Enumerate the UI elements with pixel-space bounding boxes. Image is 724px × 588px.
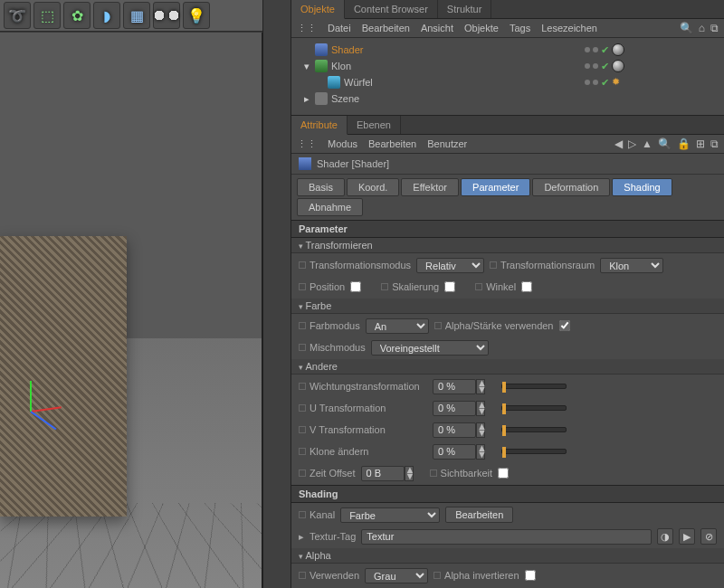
tool-floor-icon[interactable]: ▦ [123, 2, 150, 29]
checkbox-winkel[interactable] [521, 281, 532, 292]
menu-bearbeiten[interactable]: Bearbeiten [368, 138, 416, 149]
input-zeit-offset[interactable] [361, 466, 405, 481]
spinner-buttons[interactable]: ▲▼ [476, 422, 485, 438]
modetab-shading[interactable]: Shading [612, 178, 672, 196]
spinner-buttons[interactable]: ▲▼ [405, 466, 414, 481]
select-transformationsraum[interactable]: Klon [600, 258, 663, 273]
search-icon[interactable]: 🔍 [658, 138, 672, 150]
input-textur-tag[interactable] [361, 529, 652, 545]
tag-phong-icon[interactable]: ✹ [612, 76, 624, 89]
select-mischmodus[interactable]: Voreingestellt [371, 340, 489, 356]
subsection-alpha[interactable]: Alpha [291, 548, 724, 564]
input-v-transform[interactable] [433, 422, 476, 438]
object-name[interactable]: Würfel [344, 77, 373, 88]
hierarchy-row-wuerfel[interactable]: Würfel ✔✹ [295, 74, 724, 90]
tag-material-icon[interactable] [612, 60, 624, 72]
expand-icon[interactable]: ▸ [299, 531, 304, 543]
tab-ebenen[interactable]: Ebenen [348, 116, 401, 134]
menu-benutzer[interactable]: Benutzer [427, 138, 467, 149]
subsection-andere[interactable]: Andere [291, 359, 724, 375]
hierarchy-row-shader[interactable]: Shader ✔ [295, 42, 724, 58]
menu-tags[interactable]: Tags [510, 23, 530, 33]
checkbox-alpha-invertieren[interactable] [525, 570, 536, 581]
select-farbmodus[interactable]: An [366, 318, 429, 334]
lock-icon[interactable]: 🔒 [677, 138, 691, 150]
tool-cube-icon[interactable]: ⬚ [33, 2, 61, 29]
menu-datei[interactable]: Datei [328, 23, 351, 33]
menu-bearbeiten[interactable]: Bearbeiten [362, 23, 410, 33]
goto-tag-icon[interactable]: ▶ [679, 528, 695, 545]
modetab-deformation[interactable]: Deformation [532, 178, 610, 196]
viewport[interactable] [0, 33, 262, 588]
popout-icon[interactable]: ⧉ [710, 138, 719, 150]
gizmo-y-axis[interactable] [30, 381, 32, 412]
checkbox-position[interactable] [350, 281, 361, 292]
hierarchy-row-szene[interactable]: ▸ Szene [295, 90, 724, 107]
slider-v-transform[interactable] [501, 427, 567, 432]
search-icon[interactable]: 🔍 [680, 22, 693, 34]
gizmo-z-axis[interactable] [30, 411, 56, 430]
expand-icon[interactable]: ▸ [302, 93, 311, 105]
subsection-farbe[interactable]: Farbe [291, 299, 724, 314]
menu-objekte[interactable]: Objekte [464, 23, 499, 33]
tab-content-browser[interactable]: Content Browser [345, 0, 438, 18]
modetab-koord[interactable]: Koord. [347, 178, 399, 196]
subsection-transformieren[interactable]: Transformieren [291, 238, 724, 253]
gizmo-x-axis[interactable] [31, 406, 62, 413]
expand-icon[interactable]: ▾ [302, 61, 311, 72]
hierarchy-row-klon[interactable]: ▾ Klon ✔ [295, 58, 724, 74]
grip-icon[interactable]: ⋮⋮ [297, 138, 317, 150]
pick-texture-icon[interactable]: ◑ [657, 528, 673, 545]
enabled-check-icon[interactable]: ✔ [601, 44, 609, 56]
tool-spline-icon[interactable]: ➰ [4, 2, 31, 29]
slider-klone-aendern[interactable] [501, 449, 567, 454]
clear-tag-icon[interactable]: ⊘ [700, 528, 717, 545]
select-verwenden[interactable]: Grau [365, 568, 428, 583]
input-u-transform[interactable] [433, 401, 476, 416]
spinner-buttons[interactable]: ▲▼ [476, 379, 485, 394]
button-bearbeiten[interactable]: Bearbeiten [445, 507, 513, 523]
object-hierarchy[interactable]: Shader ✔ ▾ Klon ✔ Würfel ✔✹ ▸ Szene [291, 38, 724, 116]
grip-icon[interactable]: ⋮⋮ [297, 23, 317, 34]
modetab-abnahme[interactable]: Abnahme [297, 198, 363, 216]
object-name[interactable]: Shader [331, 44, 363, 55]
nav-up-icon[interactable]: ▲ [642, 138, 653, 150]
cube-icon [328, 76, 340, 89]
slider-u-transform[interactable] [501, 405, 567, 411]
home-icon[interactable]: ⌂ [699, 22, 705, 34]
tab-attribute[interactable]: Attribute [291, 116, 348, 135]
modetab-parameter[interactable]: Parameter [461, 178, 530, 196]
spinner-buttons[interactable]: ▲▼ [476, 444, 485, 460]
enabled-check-icon[interactable]: ✔ [601, 77, 609, 89]
checkbox-sichtbarkeit[interactable] [498, 468, 509, 479]
spinner-buttons[interactable]: ▲▼ [476, 401, 485, 416]
object-name[interactable]: Klon [331, 61, 351, 71]
nav-back-icon[interactable]: ◀ [614, 138, 623, 150]
select-kanal[interactable]: Farbe [340, 507, 440, 523]
axis-gizmo[interactable] [5, 385, 60, 440]
panel-splitter[interactable] [262, 0, 291, 588]
slider-wichtung[interactable] [501, 384, 567, 389]
tool-camera-icon[interactable]: ⏺⏺ [153, 2, 180, 29]
tool-wedge-icon[interactable]: ◗ [93, 2, 120, 29]
new-icon[interactable]: ⊞ [696, 138, 705, 150]
modetab-effektor[interactable]: Effektor [401, 178, 459, 196]
tool-cloner-icon[interactable]: ✿ [63, 2, 90, 29]
checkbox-alpha-verwenden[interactable] [559, 320, 570, 331]
popout-icon[interactable]: ⧉ [710, 22, 719, 34]
object-name[interactable]: Szene [331, 93, 359, 104]
enabled-check-icon[interactable]: ✔ [601, 61, 609, 72]
modetab-basis[interactable]: Basis [297, 178, 345, 196]
nav-fwd-icon[interactable]: ▷ [628, 138, 636, 150]
input-wichtung[interactable] [433, 379, 476, 394]
tab-objekte[interactable]: Objekte [291, 0, 345, 19]
tool-light-icon[interactable]: 💡 [183, 2, 210, 29]
tab-struktur[interactable]: Struktur [438, 0, 492, 18]
menu-modus[interactable]: Modus [328, 138, 357, 149]
checkbox-skalierung[interactable] [444, 281, 455, 292]
select-transformationsmodus[interactable]: Relativ [416, 258, 484, 273]
input-klone-aendern[interactable] [433, 444, 476, 460]
menu-lesezeichen[interactable]: Lesezeichen [541, 23, 597, 33]
menu-ansicht[interactable]: Ansicht [421, 23, 453, 33]
tag-material-icon[interactable] [612, 43, 624, 56]
